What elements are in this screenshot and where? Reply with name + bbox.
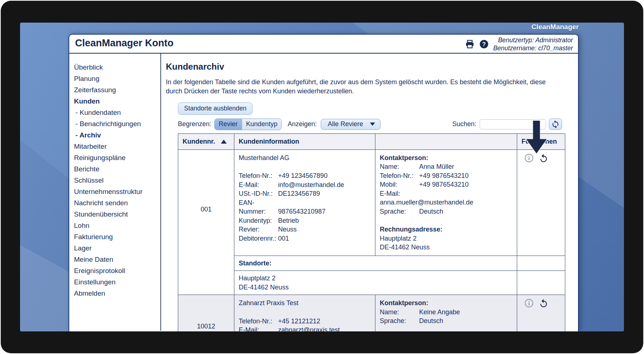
sidebar-nav: Überblick Planung Zeiterfassung Kunden -… <box>69 54 161 331</box>
search-cluster: Suchen: <box>452 118 565 130</box>
print-icon[interactable] <box>465 39 475 49</box>
field-label: Mobil: <box>380 180 419 189</box>
contact-heading: Kontaktperson: <box>380 153 512 163</box>
hide-locations-button[interactable]: Standorte ausblenden <box>178 102 253 115</box>
page-description-line1: In der folgenden Tabelle sind die Kunden… <box>166 78 578 87</box>
field-label: Name: <box>380 162 419 171</box>
locations-row: Hauptplatz 2 DE-41462 Neuss <box>178 271 565 295</box>
field-value: Neuss <box>278 225 371 234</box>
field-label: Kundentyp: <box>239 216 278 225</box>
field-value: Betrieb <box>278 216 371 225</box>
restore-icon[interactable] <box>539 153 549 163</box>
locations-heading: Standorte: <box>239 260 272 267</box>
sidebar-item-berichte[interactable]: Berichte <box>74 163 160 175</box>
sidebar-item-ueberblick[interactable]: Überblick <box>74 62 160 73</box>
app-title: CleanManager Konto <box>75 38 173 49</box>
field-value: +49 1234567890 <box>278 171 371 180</box>
field-label: E-Mail: <box>239 326 278 331</box>
field-value: DE123456789 <box>278 189 371 198</box>
refresh-button[interactable] <box>549 118 562 130</box>
customer-name: Zahnarzt Praxis Test <box>239 299 371 308</box>
page-description-line2: durch Drücken der Taste rechts vom Kunde… <box>166 87 578 96</box>
sidebar-item-stundenuebersicht[interactable]: Stundenübersicht <box>74 209 160 220</box>
field-value: Anna Müller <box>419 162 512 171</box>
svg-text:?: ? <box>482 41 486 47</box>
sidebar-item-lager[interactable]: Lager <box>74 242 160 254</box>
sidebar-item-ereignisprotokoll[interactable]: Ereignisprotokoll <box>74 265 160 276</box>
customer-number: 001 <box>178 149 234 295</box>
field-value: Deutsch <box>419 316 512 326</box>
chevron-down-icon <box>370 122 375 126</box>
sidebar-item-fakturierung[interactable]: Fakturierung <box>74 231 160 242</box>
refresh-icon <box>551 120 560 129</box>
field-label: Telefon-Nr.: <box>380 171 419 180</box>
sidebar-item-kundendaten[interactable]: - Kundendaten <box>74 107 160 118</box>
segment-revier[interactable]: Revier <box>215 119 242 130</box>
window-header: CleanManager Konto ? Benutzert <box>69 35 578 54</box>
sidebar-item-archiv[interactable]: - Archiv <box>74 129 160 141</box>
filter-toolbar: Begrenzen: Revier Kundentyp Anzeigen: Al… <box>178 118 565 130</box>
customer-info-cell: Zahnarzt Praxis Test Telefon-Nr.: +45 12… <box>234 295 375 332</box>
segment-kundentyp[interactable]: Kundentyp <box>242 119 281 130</box>
billing-line: DE-41462 Neuss <box>380 243 512 252</box>
field-label: Name: <box>380 308 419 317</box>
billing-heading: Rechnungsadresse: <box>380 225 512 234</box>
region-dropdown[interactable]: Alle Reviere <box>321 119 380 130</box>
user-type: Benutzertyp: Administrator <box>493 36 573 44</box>
table-row-customer-1: 001 Musterhandel AG Telefon-Nr.: +49 123… <box>178 149 565 256</box>
column-header-kundennr-label: Kundennr. <box>183 137 215 146</box>
restore-icon[interactable] <box>539 299 549 308</box>
field-value: 9876543210987 <box>278 207 371 216</box>
sidebar-item-kunden[interactable]: Kunden <box>74 96 160 107</box>
column-header-kundennr[interactable]: Kundennr. <box>178 134 234 150</box>
sidebar-item-nachricht-senden[interactable]: Nachricht senden <box>74 197 160 209</box>
user-name: Benutzername: cl70_master <box>493 44 573 52</box>
customer-info-cell: Musterhandel AG Telefon-Nr.: +49 1234567… <box>234 149 375 256</box>
location-line: Hauptplatz 2 <box>239 274 512 283</box>
contact-fields: Name: Keine Angabe Sprache: Deutsch <box>380 308 512 326</box>
info-icon[interactable] <box>524 153 534 163</box>
sidebar-item-mitarbeiter[interactable]: Mitarbeiter <box>74 141 160 152</box>
sidebar-item-reinigungsplaene[interactable]: Reinigungspläne <box>74 152 160 163</box>
info-icon[interactable] <box>524 299 534 308</box>
sidebar-item-unternehmensstruktur[interactable]: Unternehmensstruktur <box>74 186 160 197</box>
sidebar-item-lohn[interactable]: Lohn <box>74 220 160 231</box>
field-value: info@musterhandel.de <box>278 180 371 190</box>
field-label: Telefon-Nr.: <box>239 171 278 180</box>
limit-label: Begrenzen: <box>178 120 211 128</box>
field-value: +49 9876543210 <box>419 180 512 189</box>
table-row-customer-2: 10012 Zahnarzt Praxis Test Telefon-Nr.: … <box>178 295 565 332</box>
search-label: Suchen: <box>452 120 476 128</box>
sidebar-item-benachrichtigungen[interactable]: - Benachrichtigungen <box>74 118 160 129</box>
sidebar-item-abmelden[interactable]: Abmelden <box>74 288 160 299</box>
hide-locations-row: Standorte ausblenden <box>178 102 578 115</box>
customer-archive-table: Kundennr. Kundeninformation Funktionen 0… <box>178 133 565 331</box>
field-value: Deutsch <box>419 207 512 216</box>
window-body: Überblick Planung Zeiterfassung Kunden -… <box>69 54 578 331</box>
customer-info-fields: Telefon-Nr.: +49 1234567890 E-Mail: info… <box>239 171 371 243</box>
user-info: Benutzertyp: Administrator Benutzername:… <box>493 36 573 52</box>
locations-heading-cell: Standorte: <box>234 256 517 271</box>
region-dropdown-value: Alle Reviere <box>328 120 363 128</box>
screen-background: CleanManager CleanManager Konto ? <box>20 23 624 331</box>
field-label: E-Mail: <box>380 189 419 198</box>
sidebar-item-einstellungen[interactable]: Einstellungen <box>74 276 160 288</box>
sidebar-item-planung[interactable]: Planung <box>74 73 160 84</box>
field-value: +49 9876543210 <box>419 171 512 180</box>
field-label: Debitorennr.: <box>239 234 278 243</box>
customer-number: 10012 <box>178 295 234 332</box>
sidebar-item-schluessel[interactable]: Schlüssel <box>74 175 160 186</box>
field-label: Sprache: <box>380 207 419 216</box>
functions-cell <box>517 149 565 256</box>
help-icon[interactable]: ? <box>479 39 489 49</box>
column-header-kundeninformation: Kundeninformation <box>234 134 375 150</box>
field-label: EAN-Nummer: <box>239 198 278 216</box>
functions-cell-empty <box>517 256 565 271</box>
field-value: Keine Angabe <box>419 308 512 317</box>
customer-contact-cell: Kontaktperson: Name: Keine Angabe Sprach… <box>375 295 517 332</box>
location-line: DE-41462 Neuss <box>239 283 512 292</box>
sidebar-item-zeiterfassung[interactable]: Zeiterfassung <box>74 84 160 96</box>
billing-line: Hauptplatz 2 <box>380 234 512 243</box>
sidebar-item-meine-daten[interactable]: Meine Daten <box>74 254 160 265</box>
field-value: zahnarzt@praxis.test <box>278 326 371 331</box>
